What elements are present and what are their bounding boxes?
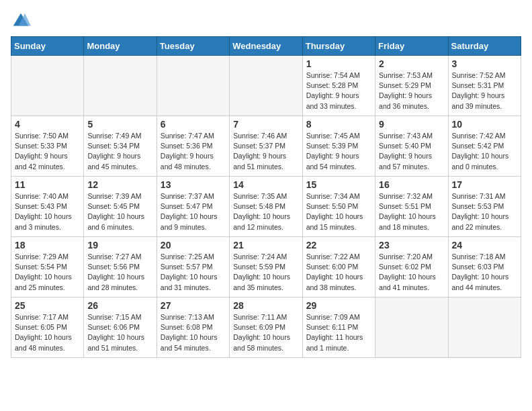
day-number: 7 [233, 119, 298, 130]
day-info: Sunrise: 7:46 AM Sunset: 5:37 PM Dayligh… [233, 131, 298, 172]
day-info: Sunrise: 7:20 AM Sunset: 6:02 PM Dayligh… [379, 252, 444, 293]
day-info: Sunrise: 7:49 AM Sunset: 5:34 PM Dayligh… [87, 131, 152, 172]
day-number: 9 [379, 119, 444, 130]
day-number: 10 [452, 119, 517, 130]
day-info: Sunrise: 7:13 AM Sunset: 6:08 PM Dayligh… [161, 312, 226, 353]
day-info: Sunrise: 7:09 AM Sunset: 6:11 PM Dayligh… [306, 312, 371, 353]
calendar-cell: 14Sunrise: 7:35 AM Sunset: 5:48 PM Dayli… [230, 177, 302, 237]
day-number: 2 [379, 58, 444, 69]
calendar-cell [11, 56, 84, 116]
calendar-day-header: Thursday [302, 37, 375, 56]
day-info: Sunrise: 7:34 AM Sunset: 5:50 PM Dayligh… [306, 191, 371, 232]
day-number: 20 [161, 240, 226, 250]
calendar-cell: 8Sunrise: 7:45 AM Sunset: 5:39 PM Daylig… [302, 116, 375, 177]
calendar-cell: 16Sunrise: 7:32 AM Sunset: 5:51 PM Dayli… [375, 177, 448, 237]
day-number: 21 [233, 240, 298, 250]
calendar-day-header: Tuesday [157, 37, 229, 56]
day-number: 15 [306, 179, 371, 190]
day-info: Sunrise: 7:32 AM Sunset: 5:51 PM Dayligh… [379, 191, 444, 232]
day-number: 23 [379, 240, 444, 250]
day-info: Sunrise: 7:43 AM Sunset: 5:40 PM Dayligh… [379, 131, 444, 172]
day-number: 17 [452, 179, 517, 190]
calendar-week-row: 4Sunrise: 7:50 AM Sunset: 5:33 PM Daylig… [11, 116, 521, 177]
calendar-cell: 24Sunrise: 7:18 AM Sunset: 6:03 PM Dayli… [448, 237, 521, 298]
calendar-cell: 27Sunrise: 7:13 AM Sunset: 6:08 PM Dayli… [157, 298, 229, 358]
calendar-cell: 23Sunrise: 7:20 AM Sunset: 6:02 PM Dayli… [375, 237, 448, 298]
calendar-cell: 11Sunrise: 7:40 AM Sunset: 5:43 PM Dayli… [11, 177, 84, 237]
calendar-cell: 19Sunrise: 7:27 AM Sunset: 5:56 PM Dayli… [84, 237, 157, 298]
day-info: Sunrise: 7:35 AM Sunset: 5:48 PM Dayligh… [233, 191, 298, 232]
calendar-day-header: Saturday [448, 37, 521, 56]
calendar-header-row: SundayMondayTuesdayWednesdayThursdayFrid… [11, 37, 521, 56]
calendar-cell: 22Sunrise: 7:22 AM Sunset: 6:00 PM Dayli… [302, 237, 375, 298]
day-info: Sunrise: 7:39 AM Sunset: 5:45 PM Dayligh… [87, 191, 152, 232]
calendar-cell [375, 298, 448, 358]
calendar-day-header: Wednesday [230, 37, 302, 56]
calendar-cell: 17Sunrise: 7:31 AM Sunset: 5:53 PM Dayli… [448, 177, 521, 237]
page-header [11, 11, 521, 31]
day-number: 26 [87, 300, 152, 311]
day-number: 5 [87, 119, 152, 130]
day-number: 13 [161, 179, 226, 190]
day-number: 3 [452, 58, 517, 69]
day-number: 6 [161, 119, 226, 130]
calendar-week-row: 18Sunrise: 7:29 AM Sunset: 5:54 PM Dayli… [11, 237, 521, 298]
day-info: Sunrise: 7:31 AM Sunset: 5:53 PM Dayligh… [452, 191, 517, 232]
day-info: Sunrise: 7:37 AM Sunset: 5:47 PM Dayligh… [161, 191, 226, 232]
day-number: 25 [15, 300, 80, 311]
logo-icon [11, 11, 31, 31]
calendar-cell: 9Sunrise: 7:43 AM Sunset: 5:40 PM Daylig… [375, 116, 448, 177]
day-info: Sunrise: 7:25 AM Sunset: 5:57 PM Dayligh… [161, 252, 226, 293]
calendar-cell [157, 56, 229, 116]
day-info: Sunrise: 7:11 AM Sunset: 6:09 PM Dayligh… [233, 312, 298, 353]
day-number: 18 [15, 240, 80, 250]
calendar-week-row: 25Sunrise: 7:17 AM Sunset: 6:05 PM Dayli… [11, 298, 521, 358]
calendar-cell: 7Sunrise: 7:46 AM Sunset: 5:37 PM Daylig… [230, 116, 302, 177]
calendar-cell: 26Sunrise: 7:15 AM Sunset: 6:06 PM Dayli… [84, 298, 157, 358]
calendar-cell: 28Sunrise: 7:11 AM Sunset: 6:09 PM Dayli… [230, 298, 302, 358]
day-number: 29 [306, 300, 371, 311]
calendar-cell: 6Sunrise: 7:47 AM Sunset: 5:36 PM Daylig… [157, 116, 229, 177]
day-info: Sunrise: 7:53 AM Sunset: 5:29 PM Dayligh… [379, 71, 444, 111]
logo [11, 11, 34, 31]
day-info: Sunrise: 7:24 AM Sunset: 5:59 PM Dayligh… [233, 252, 298, 293]
day-info: Sunrise: 7:42 AM Sunset: 5:42 PM Dayligh… [452, 131, 517, 172]
calendar-cell: 2Sunrise: 7:53 AM Sunset: 5:29 PM Daylig… [375, 56, 448, 116]
day-info: Sunrise: 7:15 AM Sunset: 6:06 PM Dayligh… [87, 312, 152, 353]
day-number: 19 [87, 240, 152, 250]
day-number: 28 [233, 300, 298, 311]
day-number: 16 [379, 179, 444, 190]
day-info: Sunrise: 7:54 AM Sunset: 5:28 PM Dayligh… [306, 71, 371, 111]
day-number: 12 [87, 179, 152, 190]
day-info: Sunrise: 7:22 AM Sunset: 6:00 PM Dayligh… [306, 252, 371, 293]
calendar-cell: 1Sunrise: 7:54 AM Sunset: 5:28 PM Daylig… [302, 56, 375, 116]
calendar-cell [84, 56, 157, 116]
calendar-day-header: Monday [84, 37, 157, 56]
calendar-week-row: 1Sunrise: 7:54 AM Sunset: 5:28 PM Daylig… [11, 56, 521, 116]
calendar-cell [230, 56, 302, 116]
calendar-table: SundayMondayTuesdayWednesdayThursdayFrid… [11, 36, 521, 358]
day-info: Sunrise: 7:17 AM Sunset: 6:05 PM Dayligh… [15, 312, 80, 353]
day-number: 14 [233, 179, 298, 190]
day-number: 8 [306, 119, 371, 130]
day-info: Sunrise: 7:45 AM Sunset: 5:39 PM Dayligh… [306, 131, 371, 172]
day-info: Sunrise: 7:18 AM Sunset: 6:03 PM Dayligh… [452, 252, 517, 293]
day-info: Sunrise: 7:47 AM Sunset: 5:36 PM Dayligh… [161, 131, 226, 172]
day-number: 11 [15, 179, 80, 190]
day-info: Sunrise: 7:27 AM Sunset: 5:56 PM Dayligh… [87, 252, 152, 293]
calendar-cell: 10Sunrise: 7:42 AM Sunset: 5:42 PM Dayli… [448, 116, 521, 177]
day-number: 4 [15, 119, 80, 130]
calendar-day-header: Sunday [11, 37, 84, 56]
calendar-cell: 25Sunrise: 7:17 AM Sunset: 6:05 PM Dayli… [11, 298, 84, 358]
day-info: Sunrise: 7:52 AM Sunset: 5:31 PM Dayligh… [452, 71, 517, 111]
calendar-cell: 18Sunrise: 7:29 AM Sunset: 5:54 PM Dayli… [11, 237, 84, 298]
calendar-cell: 20Sunrise: 7:25 AM Sunset: 5:57 PM Dayli… [157, 237, 229, 298]
calendar-cell: 5Sunrise: 7:49 AM Sunset: 5:34 PM Daylig… [84, 116, 157, 177]
day-info: Sunrise: 7:40 AM Sunset: 5:43 PM Dayligh… [15, 191, 80, 232]
day-info: Sunrise: 7:29 AM Sunset: 5:54 PM Dayligh… [15, 252, 80, 293]
day-number: 22 [306, 240, 371, 250]
calendar-body: 1Sunrise: 7:54 AM Sunset: 5:28 PM Daylig… [11, 56, 521, 358]
calendar-day-header: Friday [375, 37, 448, 56]
day-info: Sunrise: 7:50 AM Sunset: 5:33 PM Dayligh… [15, 131, 80, 172]
calendar-cell: 13Sunrise: 7:37 AM Sunset: 5:47 PM Dayli… [157, 177, 229, 237]
